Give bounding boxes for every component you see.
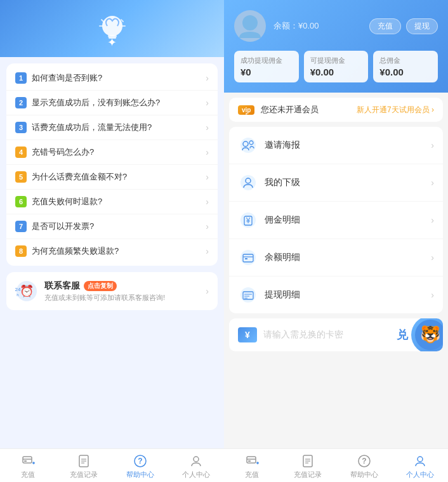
menu-item-balance-detail[interactable]: 余额明细 › [229, 239, 443, 277]
faq-num-6: 6 [15, 196, 27, 207]
recharge-button[interactable]: 充值 [369, 18, 401, 34]
stat-title-total: 总佣金 [379, 56, 432, 65]
menu-arrow-subordinate: › [431, 178, 434, 188]
menu-arrow-withdraw-detail: › [431, 290, 434, 300]
card-tiger-icon: 🐯 [411, 318, 443, 351]
right-header: 余额：¥0.00 充值 提现 成功提现佣金 ¥0 可提现佣金 ¥0.00 [224, 0, 448, 93]
nav-item-help-left[interactable]: ? 帮助中心 [112, 454, 168, 479]
faq-item[interactable]: 3 话费充值成功后，流量无法使用? › [6, 115, 218, 140]
svg-point-23 [242, 15, 258, 30]
menu-item-invite[interactable]: 邀请海报 › [229, 127, 443, 164]
right-bottom-nav: 充值 充值记录 ? [224, 448, 448, 482]
faq-text-6: 充值失败何时退款? [32, 196, 206, 207]
vip-action: 新人开通7天试用会员 › [357, 105, 434, 115]
balance-info: 余额：¥0.00 [273, 20, 369, 32]
nav-item-recharge-left[interactable]: 充值 [0, 454, 56, 479]
faq-arrow-5: › [206, 172, 209, 182]
stat-box-success: 成功提现佣金 ¥0 [234, 51, 299, 82]
menu-item-withdraw-detail[interactable]: 提现明细 › [229, 277, 443, 313]
nav-item-profile-right[interactable]: 个人中心 [392, 454, 448, 479]
stat-box-total: 总佣金 ¥0.00 [373, 51, 438, 82]
faq-text-4: 充错号码怎么办? [32, 147, 206, 158]
withdraw-button[interactable]: 提现 [406, 18, 438, 34]
svg-text:¥: ¥ [246, 216, 251, 225]
faq-text-7: 是否可以开发票? [32, 221, 206, 232]
faq-item[interactable]: 8 为何充值频繁失败退款? › [6, 239, 218, 263]
nav-item-records-right[interactable]: 充值记录 [280, 454, 336, 479]
avatar [234, 10, 266, 42]
menu-label-subordinate: 我的下级 [265, 177, 431, 188]
stat-value-available: ¥0.00 [310, 67, 362, 77]
left-bottom-nav: 充值 充值记录 ? [0, 448, 224, 482]
left-header: ✦ [0, 0, 224, 57]
svg-text:h: h [16, 293, 18, 297]
faq-text-5: 为什么话费充值金额不对? [32, 171, 206, 183]
exchange-char: 兑 [397, 327, 408, 342]
svg-rect-43 [247, 457, 256, 463]
faq-arrow-1: › [206, 73, 209, 83]
faq-text-8: 为何充值频繁失败退款? [32, 245, 206, 257]
faq-num-1: 1 [15, 72, 27, 84]
balance-label: 余额：¥0.00 [273, 20, 369, 32]
nav-label-recharge-left: 充值 [21, 470, 35, 479]
faq-item[interactable]: 7 是否可以开发票? › [6, 214, 218, 239]
contact-bar[interactable]: ⏰ 24 h 联系客服 点击复制 充值或未到账等可添加请联系客服咨询! › [6, 272, 218, 310]
menu-label-invite: 邀请海报 [265, 140, 431, 151]
svg-point-54 [418, 457, 423, 462]
svg-point-27 [240, 175, 256, 190]
nav-item-help-right[interactable]: ? 帮助中心 [336, 454, 392, 479]
records-icon [77, 454, 91, 468]
menu-item-subordinate[interactable]: 我的下级 › [229, 164, 443, 202]
faq-list: 1 如何查询是否到账? › 2 显示充值成功后，没有到账怎么办? › 3 话费充… [6, 63, 218, 266]
svg-point-0 [102, 16, 122, 36]
faq-text-1: 如何查询是否到账? [32, 72, 206, 84]
faq-text-2: 显示充值成功后，没有到账怎么办? [32, 97, 206, 108]
vip-bar[interactable]: vip 您还未开通会员 新人开通7天试用会员 › [229, 98, 443, 122]
stat-value-total: ¥0.00 [379, 67, 432, 77]
nav-label-profile-left: 个人中心 [182, 470, 210, 479]
nav-label-help-right: 帮助中心 [350, 470, 378, 479]
menu-list: 邀请海报 › 我的下级 › ¥ [229, 127, 443, 313]
nav-label-help-left: 帮助中心 [126, 470, 154, 479]
recharge-icon [21, 454, 35, 468]
withdraw-detail-icon [238, 285, 258, 305]
subordinate-icon [238, 173, 258, 193]
right-panel: 余额：¥0.00 充值 提现 成功提现佣金 ¥0 可提现佣金 ¥0.00 [224, 0, 448, 482]
svg-text:?: ? [362, 457, 366, 466]
vip-text: 您还未开通会员 [261, 104, 357, 115]
contact-label: 联系客服 点击复制 [44, 280, 206, 292]
nav-item-records-left[interactable]: 充值记录 [56, 454, 112, 479]
records-icon-right [301, 454, 315, 468]
faq-num-2: 2 [15, 97, 27, 108]
nav-item-profile-left[interactable]: 个人中心 [168, 454, 224, 479]
faq-item[interactable]: 4 充错号码怎么办? › [6, 140, 218, 165]
svg-point-22 [194, 457, 199, 462]
menu-label-balance-detail: 余额明细 [265, 252, 431, 263]
recharge-icon-right [245, 454, 259, 468]
profile-icon-left [189, 454, 203, 468]
svg-line-6 [121, 20, 123, 22]
faq-item[interactable]: 6 充值失败何时退款? › [6, 190, 218, 214]
nav-label-recharge-right: 充值 [245, 470, 259, 479]
nav-label-profile-right: 个人中心 [406, 470, 434, 479]
faq-item[interactable]: 2 显示充值成功后，没有到账怎么办? › [6, 91, 218, 115]
star-decoration: ✦ [107, 36, 117, 49]
faq-arrow-8: › [206, 246, 209, 256]
card-exchange[interactable]: ¥ 请输入需兑换的卡密 🐯 兑 [229, 318, 443, 351]
user-row: 余额：¥0.00 充值 提现 [234, 10, 438, 42]
faq-arrow-7: › [206, 221, 209, 231]
balance-detail-icon [238, 247, 258, 268]
menu-arrow-invite: › [431, 140, 434, 150]
nav-item-recharge-right[interactable]: 充值 [224, 454, 280, 479]
faq-arrow-2: › [206, 98, 209, 108]
svg-text:24: 24 [15, 287, 21, 292]
commission-icon: ¥ [238, 210, 258, 230]
faq-item[interactable]: 5 为什么话费充值金额不对? › [6, 165, 218, 190]
svg-line-5 [102, 20, 103, 22]
faq-item[interactable]: 1 如何查询是否到账? › [6, 66, 218, 91]
stats-row: 成功提现佣金 ¥0 可提现佣金 ¥0.00 总佣金 ¥0.00 [234, 51, 438, 82]
help-icon: ? [133, 454, 147, 468]
faq-arrow-3: › [206, 122, 209, 133]
menu-item-commission[interactable]: ¥ 佣金明细 › [229, 202, 443, 239]
action-buttons: 充值 提现 [369, 18, 438, 34]
